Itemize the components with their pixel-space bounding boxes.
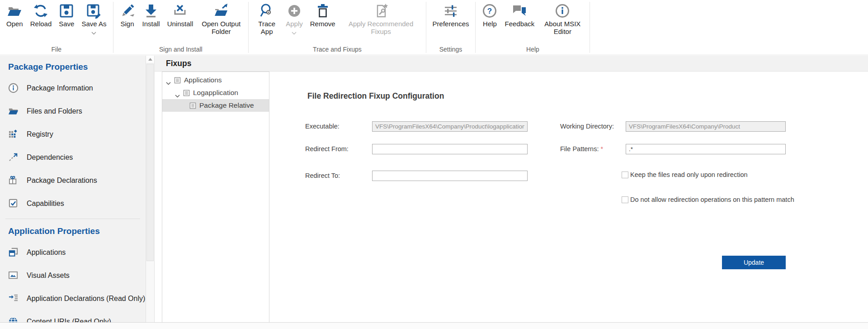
keep-read-only-checkbox-row: Keep the files read only upon redirectio… <box>622 171 748 178</box>
file-patterns-input[interactable] <box>626 144 786 154</box>
open-button-label: Open <box>6 20 23 28</box>
sidebar-item-label: Package Information <box>27 84 93 92</box>
chevron-down-icon <box>292 29 297 32</box>
sidebar-item-label: Capabilities <box>27 200 64 208</box>
help-button-label: Help <box>483 20 497 28</box>
sidebar-divider <box>5 219 140 219</box>
sidebar-item-package-information[interactable]: Package Information <box>0 76 146 100</box>
fixup-configuration-form: File Redirection Fixup Configuration Exe… <box>270 72 868 322</box>
sign-pencil-icon <box>120 3 135 19</box>
bottom-edge-bar <box>0 322 868 329</box>
tree-node-icon <box>174 77 181 84</box>
ribbon-separator <box>590 2 590 53</box>
tree-item-applications[interactable]: Applications <box>162 74 269 86</box>
ribbon-toolbar: Open Reload Save Save As File <box>0 0 868 55</box>
chevron-down-icon[interactable] <box>91 29 96 32</box>
sidebar-item-label: Application Declarations (Read Only) <box>27 295 145 303</box>
save-icon <box>59 3 74 19</box>
no-redirection-checkbox-label: Do not allow redirection operations on t… <box>630 196 794 203</box>
package-properties-heading: Package Properties <box>8 62 146 72</box>
open-output-folder-button[interactable]: Open Output Folder <box>197 0 245 35</box>
sidebar-item-label: Package Declarations <box>27 176 97 185</box>
tree-item-package-relative[interactable]: Package Relative <box>162 99 269 112</box>
apply-recommended-fixups-button: Apply Recommended Fixups <box>339 0 423 35</box>
executable-input <box>372 121 528 132</box>
ribbon-group-help: ? Help Feedback About MSIX Editor Help <box>476 0 590 55</box>
chevron-down-icon[interactable] <box>175 91 180 95</box>
ribbon-group-sign-and-install: Sign Install Uninstall Open Output Folde… <box>113 0 249 55</box>
open-output-folder-button-label: Open Output Folder <box>200 20 242 35</box>
chevron-down-icon[interactable] <box>166 79 171 82</box>
trace-app-button[interactable]: Trace App <box>251 0 282 35</box>
sign-button[interactable]: Sign <box>116 0 139 28</box>
sidebar-scrollbar <box>146 56 155 322</box>
sidebar-item-content-uris[interactable]: Content URIs (Read Only) <box>0 310 146 322</box>
save-as-icon <box>86 3 102 19</box>
about-msix-editor-button[interactable]: About MSIX Editor <box>538 0 587 35</box>
feedback-button[interactable]: Feedback <box>501 0 538 28</box>
tree-node-icon <box>183 90 190 96</box>
preferences-button[interactable]: Preferences <box>429 0 473 28</box>
tree-item-logapplication[interactable]: Logapplication <box>162 86 269 99</box>
help-button[interactable]: ? Help <box>478 0 501 28</box>
sidebar-item-label: Applications <box>27 248 66 257</box>
install-button[interactable]: Install <box>139 0 164 28</box>
save-button-label: Save <box>59 20 74 28</box>
ribbon-group-trace-and-fixups: Trace App Apply Remove Apply Recommended… <box>249 0 425 55</box>
about-info-icon <box>555 3 570 19</box>
sidebar-item-package-declarations[interactable]: Package Declarations <box>0 169 146 192</box>
install-arrow-icon <box>143 3 159 19</box>
reload-button[interactable]: Reload <box>27 0 56 28</box>
redirect-from-input[interactable] <box>372 144 528 154</box>
file-patterns-label: File Patterns: * <box>560 145 603 153</box>
reload-icon <box>33 3 48 19</box>
no-redirection-checkbox-row: Do not allow redirection operations on t… <box>622 196 794 203</box>
save-as-button-label: Save As <box>81 20 106 28</box>
sidebar-item-label: Content URIs (Read Only) <box>27 318 111 323</box>
app-windows-icon <box>8 247 19 257</box>
feedback-bubble-icon <box>512 3 527 19</box>
svg-text:?: ? <box>487 7 492 15</box>
sidebar-item-dependencies[interactable]: Dependencies <box>0 146 146 169</box>
no-redirection-checkbox[interactable] <box>622 196 628 203</box>
info-circle-icon <box>8 83 19 93</box>
sidebar-item-files-and-folders[interactable]: Files and Folders <box>0 100 146 123</box>
sidebar-item-capabilities[interactable]: Capabilities <box>0 192 146 215</box>
sidebar-item-application-declarations[interactable]: Application Declarations (Read Only) <box>0 287 146 310</box>
apply-plus-icon <box>287 3 302 19</box>
apply-recommended-fixups-button-label: Apply Recommended Fixups <box>343 20 420 35</box>
redirect-to-label: Redirect To: <box>305 172 340 179</box>
trace-app-button-label: Trace App <box>255 20 278 35</box>
recommended-fixups-icon <box>373 3 389 19</box>
sign-button-label: Sign <box>120 20 134 28</box>
open-output-folder-icon <box>213 3 229 19</box>
sidebar-item-label: Dependencies <box>27 153 73 162</box>
help-question-icon: ? <box>482 3 497 19</box>
save-as-button[interactable]: Save As <box>78 0 110 32</box>
tree-node-icon <box>189 102 196 109</box>
feedback-button-label: Feedback <box>505 20 534 28</box>
fixups-tree-panel: Applications Logapplication Package Rela… <box>162 72 269 322</box>
image-icon <box>8 270 19 281</box>
ribbon-group-sign-and-install-label: Sign and Install <box>113 46 249 53</box>
keep-read-only-checkbox[interactable] <box>622 172 628 178</box>
sidebar-item-visual-assets[interactable]: Visual Assets <box>0 264 146 287</box>
uninstall-button[interactable]: Uninstall <box>164 0 197 28</box>
ribbon-group-settings-label: Settings <box>426 46 476 53</box>
update-button[interactable]: Update <box>722 256 786 269</box>
redirect-to-input[interactable] <box>372 171 528 181</box>
scrollbar-up-arrow[interactable] <box>146 56 154 63</box>
ribbon-group-help-label: Help <box>476 46 590 53</box>
form-heading: File Redirection Fixup Configuration <box>307 91 444 101</box>
open-button[interactable]: Open <box>3 0 27 28</box>
apply-button-label: Apply <box>286 20 303 28</box>
remove-button[interactable]: Remove <box>307 0 339 28</box>
checkbox-check-icon <box>8 198 19 209</box>
sidebar-item-registry[interactable]: Registry <box>0 123 146 146</box>
sidebar-item-applications[interactable]: Applications <box>0 241 146 264</box>
working-directory-input <box>626 121 786 132</box>
scrollbar-thumb[interactable] <box>146 64 154 261</box>
uninstall-icon <box>172 3 188 19</box>
save-button[interactable]: Save <box>55 0 78 28</box>
open-folder-icon <box>7 3 22 19</box>
